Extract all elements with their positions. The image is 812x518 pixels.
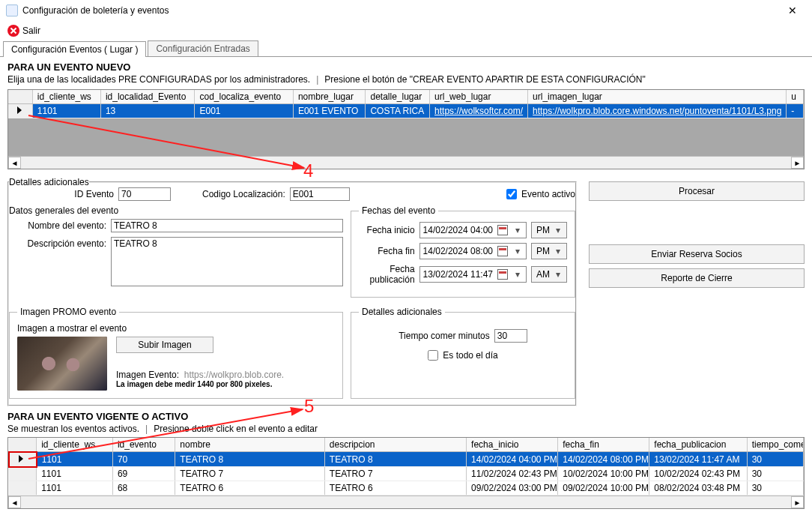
promo-image <box>17 337 107 391</box>
fecha-pub-label: Fecha publicación <box>359 264 415 285</box>
col-id-localidad[interactable]: id_localidad_Evento <box>100 90 195 104</box>
adicionales-group: Detalles adicionales Tiempo comer minuto… <box>351 307 575 399</box>
window-titlebar: Configuración de boletería y eventos ✕ <box>0 0 812 21</box>
id-evento-label: ID Evento <box>9 189 114 199</box>
tiempo-comer-label: Tiempo comer minutos <box>399 331 490 341</box>
col-url-web[interactable]: url_web_lugar <box>430 90 528 104</box>
window-close-button[interactable]: ✕ <box>779 4 806 16</box>
fecha-inicio-label: Fecha inicio <box>359 225 415 235</box>
chevron-down-icon: ▾ <box>512 225 523 235</box>
evento-activo-checkbox[interactable]: Evento activo <box>506 189 575 199</box>
col-nombre-lugar[interactable]: nombre_lugar <box>293 90 366 104</box>
chevron-down-icon: ▾ <box>512 269 523 280</box>
imagen-evento-label: Imagen Evento: <box>116 370 179 380</box>
grid-hscrollbar[interactable]: ◄ ► <box>8 156 804 169</box>
tab-config-eventos[interactable]: Configuración Eventos ( Lugar ) <box>3 41 146 57</box>
scroll-left-icon[interactable]: ◄ <box>8 157 21 169</box>
window-title: Configuración de boletería y eventos <box>22 5 779 16</box>
scroll-right-icon[interactable]: ► <box>791 496 804 508</box>
eventos-grid[interactable]: id_cliente_ws id_evento nombre descripci… <box>7 437 805 509</box>
table-row[interactable]: 110170TEATRO 8TEATRO 814/02/2024 04:00 P… <box>9 452 804 467</box>
desc-evento-label: Descripción evento: <box>9 237 106 249</box>
tab-config-entradas[interactable]: Configuración Entradas <box>148 40 258 56</box>
fecha-pub-ampm[interactable]: AM▾ <box>531 266 567 283</box>
id-evento-field[interactable] <box>118 187 171 201</box>
fecha-fin-picker[interactable]: 14/02/2024 08:00▾ <box>419 243 527 259</box>
section-nuevo-heading: PARA UN EVENTO NUEVO <box>7 61 805 73</box>
locations-grid[interactable]: id_cliente_ws id_localidad_Evento cod_lo… <box>7 89 805 169</box>
grid-header-row: id_cliente_ws id_evento nombre descripci… <box>9 438 804 452</box>
chevron-down-icon: ▾ <box>512 246 523 256</box>
section-vigente-subtext: Se muestran los eventos activos.|Presion… <box>7 424 805 434</box>
row-indicator-icon <box>17 106 22 114</box>
tiempo-comer-field[interactable] <box>494 329 527 343</box>
enviar-reserva-button[interactable]: Enviar Reserva Socios <box>589 244 805 264</box>
fechas-group: Fechas del evento Fecha inicio 14/02/202… <box>351 205 575 298</box>
col-url-imagen[interactable]: url_imagen_lugar <box>528 90 787 104</box>
promo-note: La imagen debe medir 1440 por 800 pixele… <box>116 380 335 388</box>
col-extra[interactable]: u <box>787 90 804 104</box>
scroll-left-icon[interactable]: ◄ <box>8 496 21 508</box>
fecha-fin-ampm[interactable]: PM▾ <box>531 243 567 259</box>
scroll-right-icon[interactable]: ► <box>791 157 804 169</box>
fecha-fin-label: Fecha fin <box>359 246 415 256</box>
close-icon <box>7 25 19 37</box>
app-icon <box>6 4 18 16</box>
datos-generales-label: Datos generales del evento <box>9 205 343 216</box>
reporte-cierre-button[interactable]: Reporte de Cierre <box>589 268 805 288</box>
fecha-pub-picker[interactable]: 13/02/2024 11:47▾ <box>419 266 527 283</box>
procesar-button[interactable]: Procesar <box>589 181 805 201</box>
salir-button[interactable]: Salir <box>4 23 43 38</box>
promo-group: Imagen PROMO evento Imagen a mostrar el … <box>9 307 343 399</box>
col-cod-localiza[interactable]: cod_localiza_evento <box>195 90 293 104</box>
col-id-cliente[interactable]: id_cliente_ws <box>32 90 100 104</box>
fecha-inicio-ampm[interactable]: PM▾ <box>531 222 567 238</box>
nombre-evento-field[interactable] <box>111 219 343 232</box>
section-nuevo-subtext: Elija una de las localidades PRE CONFIGU… <box>7 74 805 85</box>
toolbar: Salir <box>0 21 812 40</box>
es-todo-dia-checkbox[interactable]: Es todo el día <box>428 350 497 361</box>
cod-loc-field[interactable] <box>290 187 350 201</box>
desc-evento-field[interactable] <box>111 237 343 286</box>
col-detalle-lugar[interactable]: detalle_lugar <box>366 90 430 104</box>
table-row[interactable]: 1101 13 E001 E001 EVENTO COSTA RICA http… <box>8 104 804 118</box>
table-row[interactable]: 110168TEATRO 6TEATRO 609/02/2024 03:00 P… <box>9 481 804 496</box>
imagen-evento-url: https://wolkpro.blob.core. <box>184 370 284 380</box>
salir-label: Salir <box>22 25 40 36</box>
row-indicator-icon <box>19 455 23 463</box>
fecha-inicio-picker[interactable]: 14/02/2024 04:00▾ <box>419 222 527 238</box>
subir-imagen-button[interactable]: Subir Imagen <box>116 337 213 353</box>
grid-header-row: id_cliente_ws id_localidad_Evento cod_lo… <box>8 90 804 104</box>
grid-hscrollbar[interactable]: ◄ ► <box>8 496 804 508</box>
calendar-icon <box>497 225 508 235</box>
calendar-icon <box>497 269 508 280</box>
calendar-icon <box>497 246 508 256</box>
nombre-evento-label: Nombre del evento: <box>9 220 106 231</box>
section-vigente-heading: PARA UN EVENTO VIGENTE O ACTIVO <box>7 411 805 422</box>
promo-sub-label: Imagen a mostrar el evento <box>17 323 335 334</box>
cod-loc-label: Codigo Localización: <box>202 189 285 199</box>
tab-strip: Configuración Eventos ( Lugar ) Configur… <box>0 40 812 57</box>
detalles-adicionales-group: Detalles adicionales ID Evento Codigo Lo… <box>7 177 577 406</box>
table-row[interactable]: 110169TEATRO 7TEATRO 711/02/2024 02:43 P… <box>9 467 804 481</box>
